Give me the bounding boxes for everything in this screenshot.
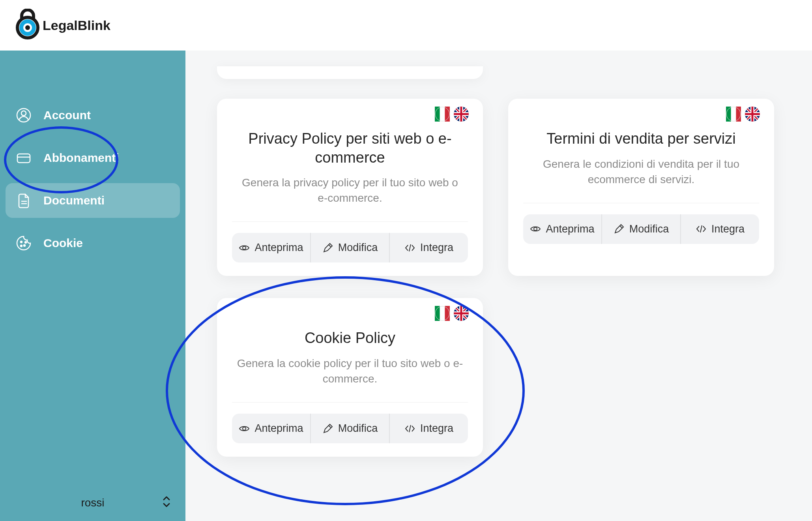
action-label: Modifica	[338, 422, 378, 435]
eye-icon	[239, 242, 250, 253]
integrate-button[interactable]: Integra	[681, 214, 759, 244]
header: LegalBlink	[0, 0, 812, 51]
card-truncated	[217, 66, 483, 79]
sidebar-item-account[interactable]: Account	[0, 98, 185, 133]
card-actions: Anteprima Modifica Integra	[232, 414, 468, 443]
svg-point-4	[21, 111, 26, 116]
sidebar-item-label: Abbonamenti	[43, 151, 119, 165]
svg-line-18	[329, 245, 331, 247]
preview-button[interactable]: Anteprima	[232, 233, 311, 262]
sidebar: Account Abbonamenti Documenti	[0, 51, 185, 521]
flag-it-icon	[726, 107, 741, 122]
svg-line-33	[409, 425, 411, 432]
svg-point-17	[243, 246, 246, 249]
action-label: Anteprima	[254, 422, 303, 435]
svg-point-12	[25, 242, 26, 243]
code-icon	[404, 242, 415, 253]
flag-uk-icon	[454, 107, 469, 122]
eye-icon	[239, 423, 250, 434]
document-card-privacy-policy: Privacy Policy per siti web o e-commerce…	[217, 99, 483, 276]
sidebar-item-label: Cookie	[43, 236, 83, 250]
logo-text: LegalBlink	[43, 18, 110, 33]
edit-button[interactable]: Modifica	[311, 414, 390, 443]
card-actions: Anteprima Modifica Integra	[232, 233, 468, 262]
sidebar-user-switcher[interactable]: rossi	[0, 489, 185, 517]
divider	[232, 221, 468, 222]
preview-button[interactable]: Anteprima	[523, 214, 602, 244]
action-label: Integra	[711, 223, 745, 235]
svg-line-19	[409, 244, 411, 251]
flag-it-icon	[435, 306, 450, 321]
svg-rect-5	[17, 154, 30, 163]
code-icon	[696, 223, 707, 234]
action-label: Anteprima	[546, 223, 594, 235]
svg-line-32	[329, 425, 331, 428]
action-label: Integra	[420, 422, 453, 435]
flag-uk-icon	[745, 107, 760, 122]
sidebar-item-label: Documenti	[43, 194, 105, 207]
integrate-button[interactable]: Integra	[390, 414, 468, 443]
svg-line-25	[620, 226, 622, 228]
pencil-icon	[322, 423, 333, 434]
document-card-sales-terms: Termini di vendita per servizi Genera le…	[508, 99, 774, 276]
card-description: Genera le condizioni di vendita per il t…	[523, 156, 759, 187]
divider	[232, 402, 468, 403]
card-actions: Anteprima Modifica Integra	[523, 214, 759, 244]
card-flags	[435, 306, 469, 321]
sidebar-item-subscriptions[interactable]: Abbonamenti	[0, 141, 185, 175]
card-flags	[435, 107, 469, 122]
cookie-icon	[16, 235, 32, 251]
svg-point-2	[25, 25, 30, 30]
edit-button[interactable]: Modifica	[602, 214, 681, 244]
svg-point-9	[21, 241, 22, 243]
sidebar-item-cookie[interactable]: Cookie	[0, 226, 185, 260]
chevron-up-down-icon	[162, 495, 171, 511]
edit-button[interactable]: Modifica	[311, 233, 390, 262]
logo-icon	[16, 9, 39, 42]
svg-point-31	[243, 427, 246, 430]
action-label: Integra	[420, 242, 453, 254]
main-content: Privacy Policy per siti web o e-commerce…	[185, 51, 812, 521]
user-icon	[16, 107, 32, 123]
pencil-icon	[322, 242, 333, 253]
card-title: Privacy Policy per siti web o e-commerce	[232, 129, 468, 167]
pencil-icon	[614, 223, 625, 234]
preview-button[interactable]: Anteprima	[232, 414, 311, 443]
sidebar-item-documents[interactable]: Documenti	[6, 183, 180, 218]
card-description: Genera la privacy policy per il tuo sito…	[232, 175, 468, 206]
sidebar-item-label: Account	[43, 109, 91, 122]
card-icon	[16, 150, 32, 166]
flag-uk-icon	[454, 306, 469, 321]
action-label: Anteprima	[254, 242, 303, 254]
svg-line-26	[700, 225, 702, 232]
sidebar-user-name: rossi	[81, 497, 104, 509]
flag-it-icon	[435, 107, 450, 122]
svg-point-24	[534, 227, 537, 231]
logo: LegalBlink	[16, 9, 110, 42]
document-icon	[16, 193, 32, 208]
card-flags	[726, 107, 760, 122]
card-description: Genera la cookie policy per il tuo sito …	[232, 356, 468, 386]
card-title: Termini di vendita per servizi	[523, 129, 759, 148]
code-icon	[404, 423, 415, 434]
eye-icon	[530, 223, 541, 234]
action-label: Modifica	[338, 242, 378, 254]
divider	[523, 203, 759, 203]
svg-point-11	[21, 245, 22, 247]
card-title: Cookie Policy	[232, 329, 468, 348]
action-label: Modifica	[629, 223, 669, 235]
integrate-button[interactable]: Integra	[390, 233, 468, 262]
document-card-cookie-policy: Cookie Policy Genera la cookie policy pe…	[217, 298, 483, 457]
svg-point-10	[24, 245, 25, 246]
